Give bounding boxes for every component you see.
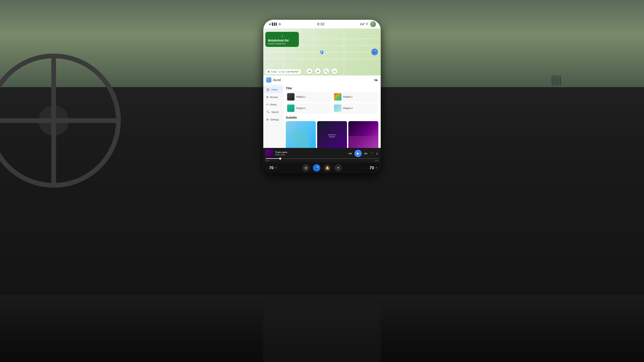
settings-nav-icon: ⚙ xyxy=(266,118,269,121)
microphone-button[interactable]: 🎤 xyxy=(313,164,320,172)
sidebar-item-home[interactable]: 🏠 Home xyxy=(264,86,282,93)
play-pause-button[interactable]: ▶ xyxy=(354,150,362,157)
right-console xyxy=(544,59,627,142)
bottom-controls: - 70 + ⊞ 🎤 🔔 ✦ - 70 + xyxy=(263,163,381,173)
bell-button[interactable]: 🔔 xyxy=(324,164,331,172)
progress-fill xyxy=(266,158,279,159)
vol-right-value: 70 xyxy=(370,166,374,170)
subtitle-thumb-3 xyxy=(348,121,378,148)
queue-icon[interactable]: ≡▶ xyxy=(374,78,378,82)
sidebar-item-settings[interactable]: ⚙ Settings xyxy=(264,116,282,123)
subtitle-thumb-1 xyxy=(286,121,316,148)
next-track-button[interactable]: ⏭ xyxy=(364,151,368,156)
bottom-icons: ⊞ 🎤 🔔 ✦ xyxy=(302,164,342,172)
nav-arrow-icon: ↑ xyxy=(268,34,296,38)
progress-bar[interactable] xyxy=(266,158,378,159)
map-road-v3 xyxy=(344,28,344,75)
subtitle-item-2[interactable]: ABSTRACTDESIGN Playlist name 2 xyxy=(317,121,347,148)
subtitle-thumb-2: ABSTRACTDESIGN xyxy=(317,121,347,148)
person-silhouette-1 xyxy=(292,130,310,148)
subtitle-item-3[interactable]: Playlist name 3 xyxy=(348,121,378,148)
player-controls: ⏮ ▶ ⏭ ♡ ∧ xyxy=(348,150,378,157)
map-search-btn[interactable]: 🔍 xyxy=(323,68,329,74)
playlist-item-1[interactable]: Playlist 1 xyxy=(286,92,332,102)
playlist-item-2[interactable]: Playlist 2 xyxy=(333,92,378,102)
player-artist-name: Artist name xyxy=(275,154,348,156)
player-main: Track name Artist name ⏮ ▶ ⏭ ♡ ∧ xyxy=(266,150,378,157)
status-time: 8:32 xyxy=(317,22,324,26)
subtitle-section-title: Subtitle xyxy=(286,116,378,119)
nav-street: Middlefield Rd xyxy=(268,39,296,42)
vol-right-minus[interactable]: - xyxy=(367,166,368,170)
subtitle-item-1[interactable]: Playlist name 1 xyxy=(286,121,316,148)
sidebar-settings-label: Settings xyxy=(270,118,279,121)
app-body: 🏠 Home ⊞ Browse ≡ Library 🔍 Search xyxy=(263,84,381,148)
total-time: 3:33 xyxy=(375,160,378,162)
vol-left-value: 70 xyxy=(269,166,274,170)
volume-left: - 70 + xyxy=(267,166,277,170)
playlist-name-2: Playlist 2 xyxy=(343,95,352,98)
nav-toward: toward Lowell Ave xyxy=(268,42,296,45)
status-bar: ⊕ ▌▌▌ ⚙ 8:32 64° F xyxy=(263,20,381,28)
grid-button[interactable]: ⊞ xyxy=(302,164,310,172)
current-time: 0:24 xyxy=(266,160,269,162)
map-eta: 5 min · 1.7 mi xyxy=(271,70,284,73)
playlist-grid: Playlist 1 Playlist 2 Playlist 3 Pl xyxy=(286,92,378,113)
main-content[interactable]: Title Playlist 1 Playlist 2 xyxy=(284,84,381,148)
playlist-item-4[interactable]: Playlist 4 xyxy=(333,103,378,113)
player-track: Track name Artist name xyxy=(266,150,348,157)
sidebar-item-search[interactable]: 🔍 Search xyxy=(264,108,282,116)
playlist-name-4: Playlist 4 xyxy=(343,107,352,110)
home-icon: 🏠 xyxy=(266,88,270,91)
map-location-btn[interactable]: ◎ xyxy=(332,68,338,74)
playlist-thumb-2 xyxy=(334,93,342,101)
map-road-4 xyxy=(263,59,381,59)
app-logo: Aural xyxy=(266,77,281,83)
temperature-display: 64° F xyxy=(360,22,368,26)
sidebar-item-library[interactable]: ≡ Library xyxy=(264,101,282,108)
center-console xyxy=(263,303,381,362)
browse-icon: ⊞ xyxy=(266,95,268,99)
map-info-bar: ✕ 5 min · 1.7 mi 5:24 PM PDT xyxy=(265,69,301,74)
phone-frame: ⊕ ▌▌▌ ⚙ 8:32 64° F ↑ Middlefield Rd xyxy=(263,20,381,173)
sidebar-home-label: Home xyxy=(271,88,278,91)
voice-button[interactable]: 🎤 xyxy=(371,49,378,55)
bluetooth-icon: ⊕ xyxy=(268,22,271,26)
playlist-thumb-4 xyxy=(334,105,342,112)
vol-left-minus[interactable]: - xyxy=(267,166,268,170)
sidebar: 🏠 Home ⊞ Browse ≡ Library 🔍 Search xyxy=(263,84,284,148)
sidebar-item-browse[interactable]: ⊞ Browse xyxy=(264,93,282,101)
star-button[interactable]: ✦ xyxy=(334,164,342,172)
right-vent xyxy=(552,75,561,85)
player-bar: Track name Artist name ⏮ ▶ ⏭ ♡ ∧ xyxy=(263,148,381,163)
map-settings-btn[interactable]: ⚙ xyxy=(306,68,312,74)
playlist-thumb-3 xyxy=(287,105,294,112)
player-info: Track name Artist name xyxy=(275,151,348,156)
steering-spoke-v xyxy=(51,58,56,183)
app-section: Aural ≡▶ 🏠 Home ⊞ Browse ≡ xyxy=(263,75,381,173)
expand-button[interactable]: ∧ xyxy=(376,152,378,156)
app-header: Aural ≡▶ xyxy=(263,76,381,84)
signal-icon: ▌▌▌ xyxy=(273,22,276,26)
map-filter-btn[interactable]: ⊕ xyxy=(315,68,321,74)
concert-bg xyxy=(348,136,378,148)
steering-spoke-h xyxy=(0,118,116,123)
vol-left-plus[interactable]: + xyxy=(275,166,277,170)
playlist-thumb-1 xyxy=(287,93,294,101)
vent-row xyxy=(552,75,561,85)
map-area[interactable]: ↑ Middlefield Rd toward Lowell Ave ✕ 5 m… xyxy=(263,28,381,75)
playlist-item-3[interactable]: Playlist 3 xyxy=(286,103,332,113)
sidebar-library-label: Library xyxy=(270,103,277,106)
map-controls: ⚙ ⊕ 🔍 ◎ xyxy=(306,68,338,74)
prev-track-button[interactable]: ⏮ xyxy=(348,151,352,156)
user-avatar[interactable] xyxy=(370,21,376,27)
progress-dot xyxy=(279,158,281,160)
library-icon: ≡ xyxy=(266,103,268,106)
phone-mount: ⊕ ▌▌▌ ⚙ 8:32 64° F ↑ Middlefield Rd xyxy=(263,20,381,173)
app-name: Aural xyxy=(273,78,281,82)
abstract-label: ABSTRACTDESIGN xyxy=(328,134,336,138)
map-info-close-btn[interactable]: ✕ xyxy=(267,70,270,73)
vol-right-plus[interactable]: + xyxy=(375,166,377,170)
favorite-button[interactable]: ♡ xyxy=(370,151,374,156)
settings-icon: ⚙ xyxy=(278,22,282,26)
